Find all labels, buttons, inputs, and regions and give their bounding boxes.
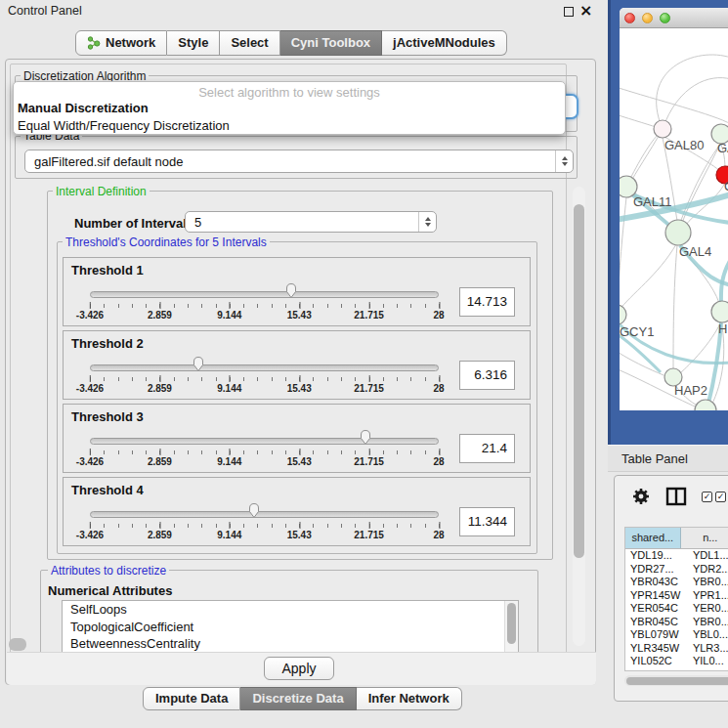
column-header-shared-name[interactable]: shared...	[625, 528, 681, 548]
tick-label: 2.859	[148, 310, 172, 321]
slider-track[interactable]	[90, 511, 439, 518]
table-cell: YLR3...	[687, 642, 728, 656]
thresholds-group-title: Threshold's Coordinates for 5 Intervals	[63, 236, 270, 249]
network-node[interactable]	[620, 305, 626, 324]
table-cell: YLR345W	[625, 642, 687, 656]
tick-label: 21.715	[354, 310, 384, 321]
table-row[interactable]: YDR27...YDR2...	[625, 563, 728, 577]
close-traffic-light-icon[interactable]	[624, 13, 635, 23]
network-node[interactable]	[665, 220, 691, 245]
control-panel-titlebar: Control Panel ×	[0, 0, 606, 23]
table-cell: YDR27...	[625, 563, 687, 577]
slider-thumb[interactable]	[246, 502, 261, 519]
threshold-1-value[interactable]: 14.713	[459, 287, 515, 317]
numerical-attributes-list[interactable]: SelfLoopsTopologicalCoefficientBetweenne…	[62, 600, 519, 656]
network-view-frame: GAL80GAGAL11CGAL4GCY1HHAP2	[608, 0, 728, 445]
tab-infer-network[interactable]: Infer Network	[357, 687, 462, 710]
node-table: shared... n... YDL19...YDL1...YDR27...YD…	[624, 527, 728, 671]
table-cell: YBR043C	[625, 576, 687, 589]
table-row[interactable]: YBR045CYBR0...	[625, 616, 728, 629]
table-row[interactable]: YDL19...YDL1...	[625, 549, 728, 563]
tick-label: 2.859	[148, 456, 172, 467]
tab-impute-data[interactable]: Impute Data	[143, 687, 240, 710]
threshold-2-slider[interactable]: -3.4262.8599.14415.4321.71528	[90, 359, 439, 396]
slider-track[interactable]	[90, 291, 439, 298]
checkbox-icon[interactable]: ✓	[702, 492, 712, 502]
column-header-name[interactable]: n...	[681, 528, 728, 548]
table-cell: YPR145W	[625, 589, 687, 603]
slider-thumb[interactable]	[359, 429, 373, 446]
table-row[interactable]: YPR145WYPR1...	[625, 589, 728, 603]
tab-cyni-toolbox[interactable]: Cyni Toolbox	[280, 30, 382, 56]
network-node[interactable]	[654, 120, 671, 138]
float-window-icon[interactable]	[564, 7, 574, 17]
threshold-3-slider[interactable]: -3.4262.8599.14415.4321.71528	[90, 432, 439, 469]
slider-track[interactable]	[90, 364, 439, 371]
slider-track[interactable]	[90, 438, 439, 445]
apply-button[interactable]: Apply	[264, 657, 334, 680]
stepper-icon	[555, 150, 573, 172]
tick-label: 9.144	[217, 530, 241, 540]
slider-tick-labels: -3.4262.8599.14415.4321.71528	[90, 383, 439, 395]
table-data-combo-value: galFiltered.sif default node	[34, 150, 183, 172]
table-row[interactable]: YLR345WYLR3...	[625, 642, 728, 656]
network-node-label: HAP2	[674, 383, 707, 398]
tab-network[interactable]: Network	[75, 30, 167, 56]
attributes-list-scrollbar[interactable]	[504, 601, 518, 655]
tick-label: 15.43	[287, 310, 312, 321]
tick-label: 15.43	[287, 530, 312, 540]
panel-scrollbar-thumb[interactable]	[574, 204, 584, 558]
tick-label: 9.144	[217, 310, 241, 321]
zoom-traffic-light-icon[interactable]	[660, 13, 670, 23]
network-window: GAL80GAGAL11CGAL4GCY1HHAP2	[620, 8, 728, 410]
tab-jactivemnodules[interactable]: jActiveMNodules	[382, 30, 507, 56]
algorithm-option-equal-width[interactable]: Equal Width/Frequency Discretization	[14, 117, 565, 135]
threshold-4-value[interactable]: 11.344	[459, 507, 515, 536]
table-row[interactable]: YBR043CYBR0...	[625, 576, 728, 589]
gear-icon[interactable]	[631, 487, 651, 506]
node-table-header: shared... n...	[625, 528, 728, 549]
list-item[interactable]: TopologicalCoefficient	[63, 619, 518, 636]
bottom-tab-bar: Impute Data Discretize Data Infer Networ…	[143, 687, 462, 710]
interval-definition-title: Interval Definition	[53, 185, 150, 198]
slider-ticks	[90, 524, 440, 528]
algorithm-option-manual[interactable]: Manual Discretization	[14, 100, 565, 117]
slider-ticks	[90, 377, 440, 381]
network-window-titlebar[interactable]	[620, 8, 728, 28]
tick-label: 15.43	[287, 383, 312, 394]
threshold-1-slider[interactable]: -3.4262.8599.14415.4321.71528	[90, 285, 439, 322]
show-columns-icon[interactable]	[665, 487, 687, 506]
list-item[interactable]: BetweennessCentrality	[63, 635, 518, 653]
tick-label: 2.859	[148, 383, 172, 394]
threshold-panel-2: Threshold 2 -3.4262.8599.14415.4321.7152…	[63, 330, 531, 400]
network-node-label: GAL4	[679, 244, 711, 259]
threshold-2-value[interactable]: 6.316	[459, 361, 515, 390]
slider-thumb[interactable]	[284, 282, 299, 299]
table-row[interactable]: YBL079WYBL0...	[625, 628, 728, 642]
stepper-icon	[418, 212, 436, 232]
threshold-4-slider[interactable]: -3.4262.8599.14415.4321.71528	[90, 505, 439, 542]
threshold-3-value[interactable]: 21.4	[459, 434, 515, 463]
slider-thumb[interactable]	[191, 356, 205, 372]
close-icon[interactable]: ×	[579, 1, 592, 20]
tab-select[interactable]: Select	[220, 30, 279, 56]
table-row[interactable]: YER054CYER0...	[625, 602, 728, 616]
network-canvas[interactable]: GAL80GAGAL11CGAL4GCY1HHAP2	[620, 28, 728, 410]
minimize-traffic-light-icon[interactable]	[642, 13, 653, 23]
algorithm-dropdown-hint: Select algorithm to view settings	[14, 82, 565, 100]
network-node[interactable]	[711, 301, 728, 322]
tab-impute-data-label: Impute Data	[155, 691, 228, 706]
list-item[interactable]: SelfLoops	[63, 601, 518, 619]
table-data-combo[interactable]: galFiltered.sif default node	[24, 150, 574, 173]
checkbox-icon[interactable]: ✓	[715, 492, 726, 502]
number-of-intervals-combo[interactable]: 5	[185, 211, 437, 233]
table-horizontal-scrollbar[interactable]	[624, 675, 728, 686]
table-cell: YBR0...	[687, 576, 728, 589]
tab-style[interactable]: Style	[167, 30, 220, 56]
threshold-panel-1: Threshold 1 -3.4262.8599.14415.4321.7152…	[63, 257, 531, 326]
table-row[interactable]: YIL052CYIL0...	[625, 655, 728, 664]
tab-discretize-data[interactable]: Discretize Data	[240, 687, 356, 710]
table-cell: YIL052C	[625, 655, 687, 664]
horizontal-scrollbar-thumb[interactable]	[9, 638, 26, 651]
screenshot-root: Control Panel × Network Style Select Cyn…	[0, 0, 728, 728]
